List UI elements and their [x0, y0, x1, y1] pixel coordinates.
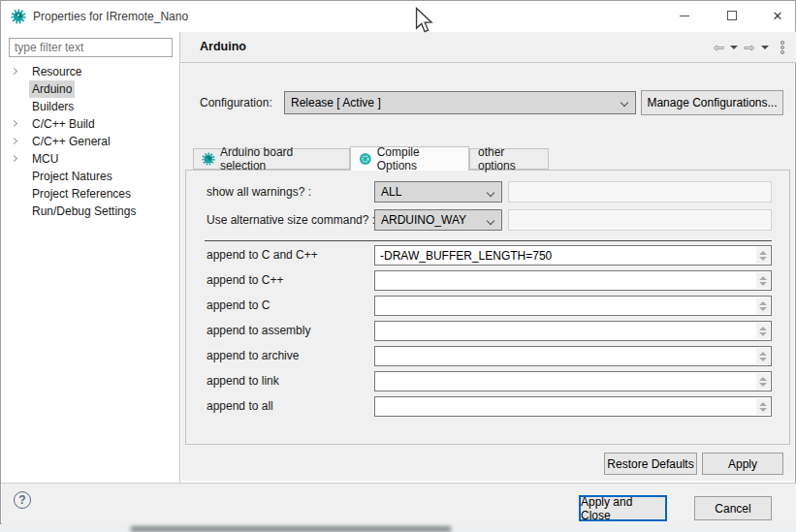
append-link-label: append to link — [207, 370, 279, 391]
sidebar: Resource Arduino Builders C/C++ Build C/… — [2, 32, 180, 483]
chevron-down-icon — [487, 217, 494, 225]
scroll-arrows-icon[interactable] — [756, 373, 770, 390]
append-c-label: append to C — [207, 295, 270, 316]
section-divider — [205, 240, 772, 241]
sidebar-item-project-natures[interactable]: Project Natures — [2, 168, 179, 185]
sidebar-item-cpp-build[interactable]: C/C++ Build — [2, 115, 179, 133]
chevron-right-icon[interactable] — [11, 120, 17, 127]
apply-button[interactable]: Apply — [702, 453, 783, 475]
append-c-cpp-label: append to C and C++ — [207, 244, 318, 266]
title-bar: Properties for IRremote_Nano ✕ — [1, 1, 795, 32]
scroll-arrows-icon[interactable] — [756, 348, 770, 364]
tab-arduino-board-selection[interactable]: Arduino board selection — [193, 148, 350, 170]
append-c-input[interactable] — [374, 296, 772, 316]
configuration-value: Release [ Active ] — [291, 96, 381, 110]
sidebar-item-project-references[interactable]: Project References — [2, 185, 179, 203]
append-c-cpp-input[interactable] — [374, 245, 772, 266]
forward-dropdown-icon[interactable] — [761, 46, 769, 49]
append-link-fieldwrap — [374, 371, 772, 391]
close-icon[interactable]: ✕ — [761, 1, 794, 30]
scroll-arrows-icon[interactable] — [756, 398, 770, 415]
append-assembly-label: append to assembly — [207, 320, 310, 341]
chevron-right-icon[interactable] — [11, 155, 17, 162]
sidebar-item-arduino[interactable]: Arduino — [2, 80, 179, 98]
window-title: Properties for IRremote_Nano — [33, 1, 188, 32]
append-assembly-fieldwrap — [374, 321, 772, 341]
forward-arrow-icon[interactable]: ⇨ — [744, 41, 755, 54]
append-assembly-input[interactable] — [374, 321, 772, 341]
append-cpp-label: append to C++ — [207, 269, 283, 291]
properties-tree: Resource Arduino Builders C/C++ Build C/… — [2, 63, 179, 220]
mouse-cursor — [415, 7, 433, 37]
background-window-fragment — [131, 526, 451, 532]
append-archive-fieldwrap — [374, 346, 772, 366]
sidebar-item-resource[interactable]: Resource — [2, 63, 179, 80]
chevron-right-icon[interactable] — [11, 138, 17, 144]
pane-header: Arduino ⇦ ⇨ — [180, 32, 796, 63]
page-title: Arduino — [200, 32, 246, 62]
append-archive-label: append to archive — [207, 345, 299, 366]
sidebar-item-builders[interactable]: Builders — [2, 98, 179, 115]
show-all-warnings-label: show all warnings? : — [207, 181, 311, 203]
append-cpp-input[interactable] — [374, 270, 772, 291]
back-arrow-icon[interactable]: ⇦ — [714, 41, 725, 54]
help-icon[interactable]: ? — [14, 491, 31, 509]
scroll-arrows-icon[interactable] — [756, 272, 770, 289]
append-c-cpp-fieldwrap — [374, 245, 772, 266]
apply-and-close-button[interactable]: Apply and Close — [579, 495, 667, 521]
manage-configurations-button[interactable]: Manage Configurations... — [641, 90, 783, 115]
view-menu-icon[interactable] — [780, 41, 784, 54]
sidebar-item-run-debug[interactable]: Run/Debug Settings — [2, 203, 179, 220]
tab-compile-options[interactable]: Compile Options — [350, 146, 469, 171]
back-dropdown-icon[interactable] — [730, 46, 738, 49]
maximize-icon[interactable] — [716, 1, 748, 30]
cancel-button[interactable]: Cancel — [694, 496, 772, 520]
sloeber-gear-icon — [11, 9, 26, 27]
minimize-icon[interactable] — [668, 1, 701, 30]
sidebar-item-mcu[interactable]: MCU — [2, 150, 179, 168]
append-archive-input[interactable] — [374, 346, 772, 366]
chevron-down-icon — [621, 99, 628, 107]
tab-other-options[interactable]: other options — [469, 148, 549, 170]
chevron-down-icon — [487, 189, 494, 197]
size-command-extra-field-disabled — [508, 209, 772, 231]
screen: Properties for IRremote_Nano ✕ Resource … — [0, 0, 796, 532]
configuration-label: Configuration: — [200, 91, 272, 114]
filter-input[interactable] — [9, 38, 173, 57]
configuration-select[interactable]: Release [ Active ] — [284, 91, 636, 114]
dialog-footer: ? Apply and Close Cancel — [2, 484, 796, 524]
warnings-extra-field-disabled — [508, 181, 772, 203]
show-all-warnings-select[interactable]: ALL — [374, 181, 502, 203]
scroll-arrows-icon[interactable] — [756, 297, 770, 314]
gear-icon — [359, 152, 372, 166]
append-cpp-fieldwrap — [374, 270, 772, 291]
alt-size-command-label: Use alternative size command? : — [207, 209, 375, 231]
scroll-arrows-icon[interactable] — [756, 323, 770, 339]
restore-defaults-button[interactable]: Restore Defaults — [604, 453, 697, 475]
gear-icon — [202, 152, 215, 166]
history-nav: ⇦ ⇨ — [714, 32, 784, 62]
alt-size-command-select[interactable]: ARDUINO_WAY — [374, 209, 502, 231]
append-c-fieldwrap — [374, 296, 772, 316]
properties-dialog: Properties for IRremote_Nano ✕ Resource … — [0, 0, 796, 524]
append-link-input[interactable] — [374, 371, 772, 391]
append-all-input[interactable] — [374, 396, 772, 417]
append-all-fieldwrap — [374, 396, 772, 417]
scroll-arrows-icon[interactable] — [756, 247, 770, 264]
sidebar-item-cpp-general[interactable]: C/C++ General — [2, 133, 179, 150]
append-all-label: append to all — [207, 395, 273, 417]
chevron-right-icon[interactable] — [11, 68, 17, 75]
